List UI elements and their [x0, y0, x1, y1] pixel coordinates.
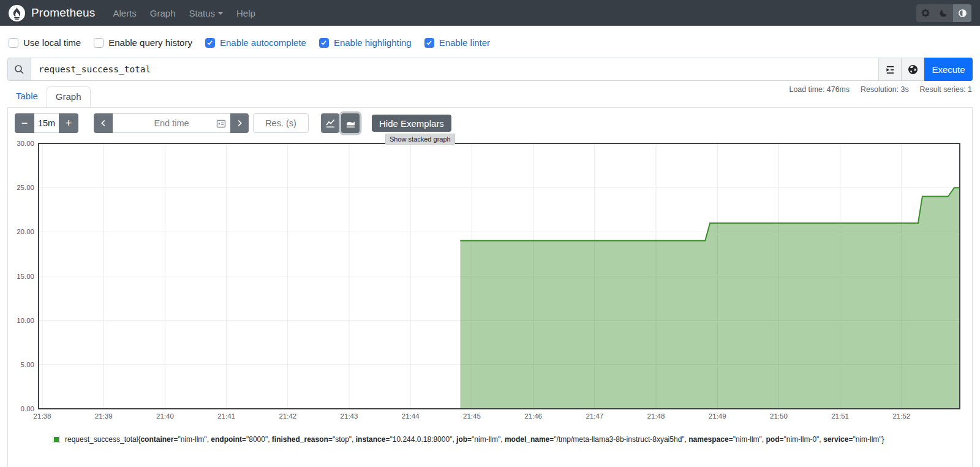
legend-series-label: request_success_total{container="nim-llm… — [65, 435, 884, 444]
svg-text:20.00: 20.00 — [17, 228, 34, 235]
nav-status-dropdown[interactable]: Status — [183, 8, 230, 18]
moon-icon — [940, 9, 948, 17]
checkbox[interactable] — [94, 38, 104, 48]
svg-text:21:49: 21:49 — [709, 412, 726, 420]
line-graph-button[interactable] — [321, 113, 339, 133]
hide-exemplars-button[interactable]: Hide Exemplars — [372, 115, 451, 132]
svg-text:21:41: 21:41 — [217, 412, 235, 420]
caret-down-icon — [218, 12, 223, 15]
svg-text:0.00: 0.00 — [21, 405, 34, 412]
svg-text:15.00: 15.00 — [17, 273, 34, 280]
resolution-input[interactable]: Res. (s) — [253, 113, 309, 133]
graph-controls: − 15m + End time Res. (s) — [15, 113, 451, 133]
endtime-group: End time — [94, 113, 249, 133]
metrics-explorer-button[interactable] — [902, 58, 924, 81]
stacked-graph-button[interactable] — [341, 113, 360, 133]
svg-text:21:51: 21:51 — [831, 412, 849, 420]
contrast-icon — [958, 9, 967, 18]
svg-text:21:48: 21:48 — [647, 412, 665, 420]
prometheus-logo-icon — [9, 5, 25, 21]
end-time-input[interactable]: End time — [113, 113, 230, 133]
range-input[interactable]: 15m — [34, 113, 59, 133]
gear-icon — [921, 8, 930, 18]
line-chart-icon — [325, 118, 336, 129]
svg-text:21:44: 21:44 — [402, 412, 420, 420]
query-bar: request_success_total Execute — [7, 58, 973, 81]
svg-text:21:45: 21:45 — [463, 412, 481, 420]
tab-graph[interactable]: Graph — [47, 86, 91, 107]
svg-text:21:50: 21:50 — [770, 412, 788, 420]
svg-text:21:47: 21:47 — [586, 412, 603, 420]
svg-text:5.00: 5.00 — [21, 361, 34, 368]
legend-color-swatch — [53, 436, 60, 443]
svg-text:21:38: 21:38 — [34, 412, 51, 420]
forward-time-button[interactable] — [230, 113, 249, 133]
option-enable-highlighting[interactable]: Enable highlighting — [319, 37, 412, 48]
checkbox[interactable] — [9, 38, 18, 48]
chevron-left-icon — [99, 119, 108, 127]
search-addon — [7, 58, 31, 81]
nav-graph[interactable]: Graph — [143, 8, 183, 18]
search-icon — [14, 64, 24, 75]
tab-table[interactable]: Table — [7, 86, 47, 107]
theme-switcher — [916, 4, 971, 22]
query-input[interactable]: request_success_total — [31, 58, 879, 81]
brand[interactable]: Prometheus — [9, 5, 95, 21]
navbar: Prometheus Alerts Graph Status Help — [0, 0, 980, 26]
svg-text:30.00: 30.00 — [17, 140, 34, 147]
query-options: Use local time Enable query history Enab… — [0, 26, 980, 48]
nav-help[interactable]: Help — [230, 8, 262, 18]
option-enable-linter[interactable]: Enable linter — [424, 37, 490, 48]
svg-text:21:42: 21:42 — [279, 412, 296, 420]
result-tabs: Table Graph — [7, 86, 973, 107]
nav-alerts[interactable]: Alerts — [106, 8, 143, 18]
option-enable-query-history[interactable]: Enable query history — [94, 37, 192, 48]
back-time-button[interactable] — [94, 113, 113, 133]
svg-text:21:43: 21:43 — [341, 412, 358, 420]
dark-mode-moon-button[interactable] — [935, 4, 953, 22]
checkbox[interactable] — [205, 38, 215, 48]
option-use-local-time[interactable]: Use local time — [9, 37, 81, 48]
chart-legend[interactable]: request_success_total{container="nim-llm… — [53, 435, 884, 444]
graph-panel: 0.005.0010.0015.0020.0025.0030.0021:3821… — [7, 107, 973, 467]
globe-icon — [907, 64, 919, 75]
svg-text:21:52: 21:52 — [892, 412, 910, 420]
svg-text:25.00: 25.00 — [17, 184, 34, 191]
query-tree-view-button[interactable] — [879, 58, 902, 81]
checkbox[interactable] — [319, 38, 329, 48]
settings-gear-button[interactable] — [916, 4, 935, 22]
time-series-chart[interactable]: 0.005.0010.0015.0020.0025.0030.0021:3821… — [8, 108, 973, 451]
decrease-range-button[interactable]: − — [15, 113, 34, 133]
auto-theme-button[interactable] — [953, 4, 971, 22]
checkbox[interactable] — [424, 38, 434, 48]
svg-text:10.00: 10.00 — [17, 317, 34, 324]
chevron-right-icon — [235, 119, 244, 127]
calendar-icon — [216, 119, 226, 129]
svg-text:21:39: 21:39 — [95, 412, 113, 420]
increase-range-button[interactable]: + — [59, 113, 78, 133]
option-enable-autocomplete[interactable]: Enable autocomplete — [205, 37, 306, 48]
tree-view-icon — [885, 64, 895, 75]
tooltip-show-stacked-graph: Show stacked graph — [385, 134, 455, 145]
svg-text:21:46: 21:46 — [524, 412, 542, 420]
app-title: Prometheus — [31, 6, 95, 20]
svg-text:21:40: 21:40 — [156, 412, 174, 420]
graph-type-toggles — [321, 113, 360, 133]
execute-button[interactable]: Execute — [924, 58, 973, 81]
stacked-chart-icon — [345, 118, 356, 129]
nav-links: Alerts Graph Status Help — [106, 8, 262, 18]
range-group: − 15m + — [15, 113, 78, 133]
